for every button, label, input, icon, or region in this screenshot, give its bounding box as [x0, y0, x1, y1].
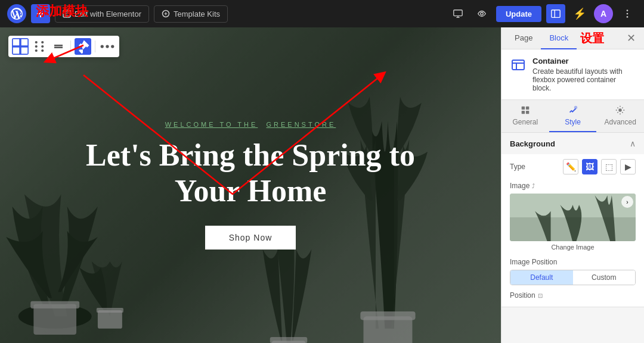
type-video-button[interactable]: ▶ — [620, 159, 636, 174]
update-button[interactable]: Update — [496, 6, 541, 22]
container-desc-text: Create beautiful layouts with flexbox po… — [532, 67, 636, 92]
hero-section: WELCOME TO THE GREENSTORE Let's Bring th… — [0, 27, 501, 343]
background-section-content: Type ✏️ 🖼 ⬚ ▶ Image ⤴ — [501, 154, 644, 307]
svg-point-6 — [627, 13, 628, 15]
canvas-area: WELCOME TO THE GREENSTORE Let's Bring th… — [0, 27, 501, 343]
image-position-buttons: Default Custom — [510, 270, 636, 285]
svg-rect-32 — [522, 107, 525, 110]
account-icon[interactable]: A — [594, 4, 613, 23]
type-label: Type — [510, 163, 525, 171]
image-preview[interactable]: › — [510, 194, 636, 241]
svg-point-5 — [627, 10, 628, 11]
svg-rect-10 — [13, 48, 20, 54]
container-info: Container Create beautiful layouts with … — [532, 57, 636, 92]
type-image-button[interactable]: 🖼 — [582, 159, 597, 174]
image-position-row: Image Position Default Custom — [510, 258, 636, 285]
bolt-icon-button[interactable]: ⚡ — [570, 4, 589, 23]
style-tab-label: Style — [565, 118, 581, 126]
top-toolbar: 添加模块 Edit with Elementor Template Kits U… — [0, 0, 644, 27]
type-icons: ✏️ 🖼 ⬚ ▶ — [563, 159, 636, 174]
collapse-button[interactable] — [50, 38, 67, 55]
toolbar-right: Update ⚡ A — [448, 4, 637, 23]
panel-top-tabs: Page Block 设置 ✕ — [501, 27, 644, 49]
toolbar-separator — [70, 40, 71, 52]
panel-close-button[interactable]: ✕ — [623, 30, 639, 46]
svg-rect-35 — [526, 111, 529, 114]
advanced-tab-label: Advanced — [604, 118, 636, 126]
svg-rect-9 — [21, 39, 28, 46]
add-block-button[interactable] — [31, 4, 50, 23]
image-expand-button[interactable]: › — [621, 196, 633, 208]
svg-point-36 — [574, 106, 577, 109]
edit-elementor-button[interactable]: Edit with Elementor — [55, 5, 149, 23]
more-options-button[interactable] — [618, 4, 637, 23]
type-row: Type ✏️ 🖼 ⬚ ▶ — [510, 159, 636, 174]
svg-point-14 — [35, 45, 38, 48]
desktop-view-button[interactable] — [448, 4, 467, 23]
collapse-icon[interactable]: ∧ — [630, 139, 636, 148]
tab-advanced[interactable]: Advanced — [596, 100, 644, 132]
image-row: Image ⤴ — [510, 182, 636, 251]
image-position-label: Image Position — [510, 258, 636, 266]
tab-page[interactable]: Page — [506, 27, 541, 49]
svg-point-37 — [618, 108, 621, 111]
hero-content: WELCOME TO THE GREENSTORE Let's Bring th… — [0, 27, 501, 343]
image-label: Image ⤴ — [510, 182, 636, 190]
change-image-button[interactable]: Change Image — [510, 244, 636, 251]
svg-point-3 — [481, 13, 484, 15]
svg-point-19 — [106, 45, 109, 48]
svg-point-12 — [35, 41, 38, 43]
tab-general[interactable]: General — [501, 100, 549, 132]
position-row: Position ⊡ — [510, 291, 636, 300]
image-preview-inner — [510, 194, 636, 241]
type-pen-button[interactable]: ✏️ — [563, 159, 578, 174]
svg-point-17 — [41, 49, 44, 52]
panel-body: Background ∧ Type ✏️ 🖼 ⬚ ▶ — [501, 133, 644, 343]
svg-point-15 — [41, 45, 44, 48]
toolbar-separator-2 — [95, 40, 95, 52]
container-title: Container — [532, 57, 636, 66]
panel-toggle-button[interactable] — [546, 4, 565, 23]
more-canvas-options-button[interactable] — [99, 38, 116, 55]
position-label: Position ⊡ — [510, 291, 543, 300]
container-icon — [510, 57, 527, 73]
container-description: Container Create beautiful layouts with … — [501, 49, 644, 100]
svg-rect-33 — [526, 107, 529, 110]
template-kits-button[interactable]: Template Kits — [154, 5, 228, 23]
general-tab-label: General — [512, 118, 538, 126]
svg-point-18 — [101, 45, 104, 48]
svg-point-13 — [41, 41, 44, 43]
position-custom-button[interactable]: Custom — [573, 270, 636, 285]
tab-block[interactable]: Block — [541, 27, 577, 49]
position-default-button[interactable]: Default — [510, 270, 573, 285]
type-gradient-button[interactable]: ⬚ — [601, 159, 617, 174]
layout-view-button[interactable] — [12, 38, 29, 55]
tab-style[interactable]: Style — [549, 100, 597, 132]
main-content: WELCOME TO THE GREENSTORE Let's Bring th… — [0, 27, 644, 343]
svg-rect-8 — [13, 39, 20, 46]
drag-handle-button[interactable] — [31, 38, 48, 55]
canvas-toolbar — [8, 36, 119, 57]
svg-rect-4 — [552, 10, 560, 18]
svg-point-20 — [111, 45, 114, 48]
background-section-title: Background — [510, 139, 555, 148]
style-tabs: General Style Advanced — [501, 100, 644, 133]
svg-point-16 — [35, 49, 38, 52]
svg-rect-11 — [21, 48, 28, 54]
svg-rect-2 — [454, 10, 462, 16]
pin-button[interactable] — [75, 38, 91, 55]
settings-annotation: 设置 — [577, 30, 604, 46]
shop-now-button[interactable]: Shop Now — [205, 226, 296, 250]
hero-subtitle: WELCOME TO THE GREENSTORE — [165, 121, 336, 128]
template-kits-label: Template Kits — [174, 10, 220, 18]
svg-rect-31 — [512, 60, 524, 70]
svg-point-7 — [627, 16, 628, 18]
preview-button[interactable] — [472, 4, 491, 23]
wordpress-logo[interactable] — [7, 4, 26, 23]
hero-title: Let's Bring the Spring to Your Home — [72, 138, 429, 209]
right-panel: Page Block 设置 ✕ Container Create beautif… — [501, 27, 644, 343]
background-section-header[interactable]: Background ∧ — [501, 133, 644, 154]
svg-rect-34 — [522, 111, 525, 114]
edit-elementor-label: Edit with Elementor — [75, 10, 141, 18]
